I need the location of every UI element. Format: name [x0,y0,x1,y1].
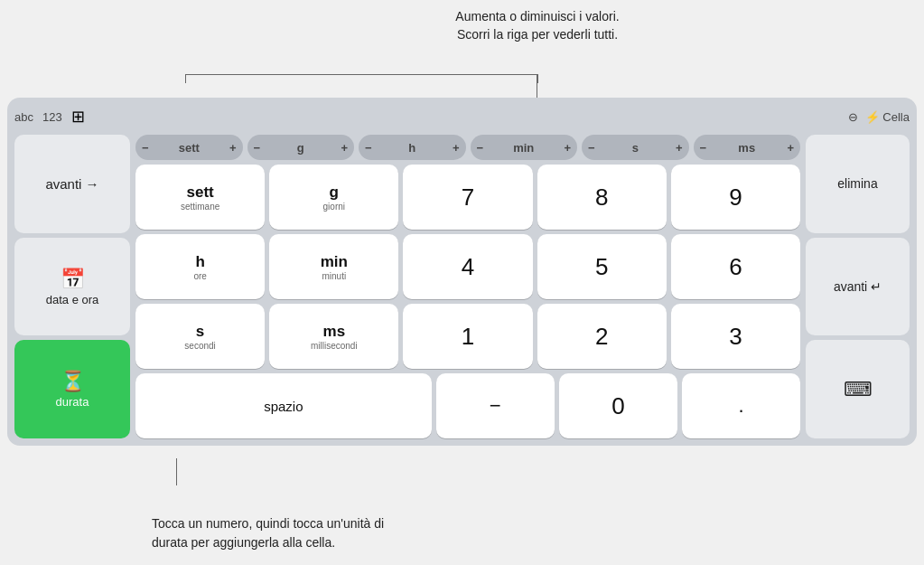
stepper-min-plus[interactable]: + [564,141,571,155]
stepper-ms-label: ms [738,141,755,155]
stepper-ms[interactable]: − ms + [694,135,801,160]
stepper-s-plus[interactable]: + [676,141,683,155]
key-6[interactable]: 6 [671,234,800,299]
num-label: 123 [42,110,62,124]
stepper-g[interactable]: − g + [247,135,355,160]
stepper-h-label: h [408,141,415,155]
stepper-min-label: min [513,141,534,155]
bottom-callout-text: Tocca un numero, quindi tocca un'unità d… [152,514,396,551]
left-nav: avanti → 📅 data e ora ⏳ durata [14,135,130,438]
key-min[interactable]: minminuti [269,234,398,299]
key-dot[interactable]: . [682,373,800,438]
key-5[interactable]: 5 [537,234,667,299]
key-h[interactable]: hore [135,234,265,299]
stepper-s-minus[interactable]: − [588,141,595,155]
avanti-return-label: avanti ↵ [834,279,882,294]
stepper-sett[interactable]: − sett + [135,135,243,160]
datetime-label: data e ora [46,293,99,306]
keys-row-4: spazio − 0 . [135,373,800,438]
keyboard-icon: ⌨ [844,378,873,401]
stepper-g-label: g [297,141,304,155]
key-1[interactable]: 1 [403,304,532,369]
bottom-callout-line [176,458,177,485]
key-8[interactable]: 8 [537,165,667,230]
stepper-min[interactable]: − min + [471,135,578,160]
duration-label: durata [56,395,89,409]
key-ms[interactable]: msmillisecondi [269,304,398,369]
table-icon[interactable]: ⊞ [71,107,85,127]
hourglass-icon: ⏳ [61,370,85,393]
stepper-sett-plus[interactable]: + [229,141,237,155]
stepper-row: − sett + − g + − h + − min + [135,135,800,160]
forward-label: avanti → [45,176,98,192]
calendar-icon: 📅 [61,268,85,291]
keyboard-body: avanti → 📅 data e ora ⏳ durata − sett + [14,135,910,438]
stepper-h[interactable]: − h + [359,135,466,160]
keys-grid: settsettimane ggiorni 7 8 9 hore minminu [135,165,800,438]
top-bracket-left [185,74,186,83]
minus-circle-icon[interactable]: ⊖ [848,110,858,124]
keyboard-container: abc 123 ⊞ ⊖ ⚡ Cella avanti → 📅 data e or… [7,98,917,446]
stepper-h-plus[interactable]: + [453,141,460,155]
center-keyboard: − sett + − g + − h + − min + [135,135,800,438]
key-7[interactable]: 7 [403,165,532,230]
avanti-return-button[interactable]: avanti ↵ [806,238,910,336]
stepper-g-minus[interactable]: − [254,141,261,155]
topbar-right: ⊖ ⚡ Cella [848,110,910,124]
forward-button[interactable]: avanti → [14,135,130,233]
duration-button[interactable]: ⏳ durata [14,340,130,438]
stepper-ms-plus[interactable]: + [787,141,794,155]
stepper-sett-minus[interactable]: − [142,141,149,155]
elimina-label: elimina [837,176,877,191]
keys-row-1: settsettimane ggiorni 7 8 9 [135,165,800,230]
stepper-ms-minus[interactable]: − [700,141,707,155]
key-2[interactable]: 2 [537,304,667,369]
key-9[interactable]: 9 [671,165,800,230]
stepper-sett-label: sett [179,141,200,155]
topbar-left: abc 123 ⊞ [14,107,85,127]
hide-keyboard-button[interactable]: ⌨ [806,340,910,438]
top-bracket-right [537,74,538,83]
stepper-min-minus[interactable]: − [477,141,484,155]
keys-row-2: hore minminuti 4 5 6 [135,234,800,299]
stepper-s[interactable]: − s + [582,135,689,160]
stepper-g-plus[interactable]: + [341,141,348,155]
elimina-button[interactable]: elimina [806,135,910,233]
datetime-button[interactable]: 📅 data e ora [14,238,130,336]
top-bracket-h [185,74,537,75]
key-0[interactable]: 0 [559,373,677,438]
abc-label: abc [14,110,33,124]
key-g[interactable]: ggiorni [269,165,398,230]
key-sett[interactable]: settsettimane [135,165,265,230]
key-minus[interactable]: − [436,373,555,438]
key-4[interactable]: 4 [403,234,532,299]
top-callout-text: Aumenta o diminuisci i valori. Scorri la… [443,7,632,44]
stepper-s-label: s [632,141,639,155]
key-spazio[interactable]: spazio [135,373,432,438]
right-buttons: elimina avanti ↵ ⌨ [806,135,910,438]
key-s[interactable]: ssecondi [135,304,265,369]
flash-cella-label: ⚡ Cella [865,110,910,124]
keyboard-topbar: abc 123 ⊞ ⊖ ⚡ Cella [14,103,910,130]
key-3[interactable]: 3 [671,304,800,369]
stepper-h-minus[interactable]: − [365,141,372,155]
keys-row-3: ssecondi msmillisecondi 1 2 3 [135,304,800,369]
